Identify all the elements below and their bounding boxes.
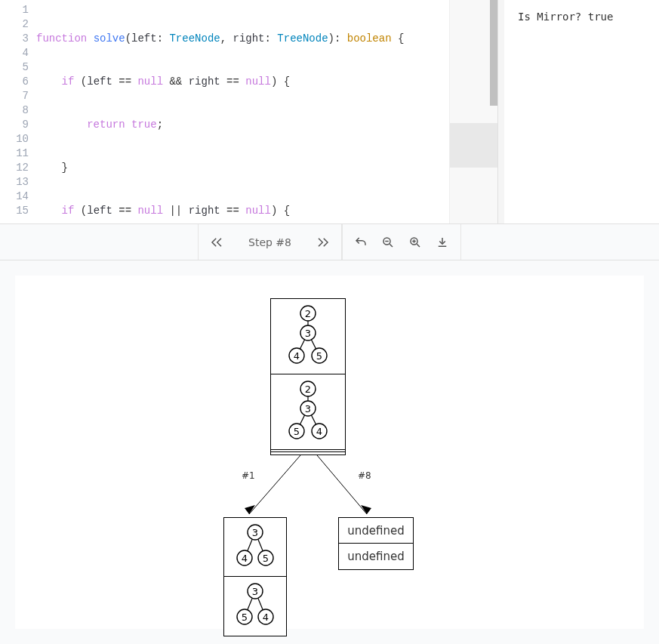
edge-label: #8 — [358, 470, 371, 481]
tree-diagram: 2 3 4 5 — [271, 300, 345, 374]
svg-text:4: 4 — [242, 552, 248, 563]
svg-marker-32 — [361, 505, 371, 514]
svg-marker-30 — [245, 505, 255, 514]
tree-edge — [316, 455, 376, 523]
svg-text:2: 2 — [305, 383, 311, 394]
undefined-cell: undefined — [339, 518, 413, 544]
svg-text:5: 5 — [242, 612, 248, 623]
tree-diagram: 3 5 4 — [224, 578, 286, 635]
svg-text:4: 4 — [263, 612, 269, 623]
stack-frame-right: undefined undefined — [338, 517, 414, 570]
toolbar: Step #8 — [0, 224, 659, 260]
code-editor[interactable]: 1 2 3 4 5 6 7 8 9 10 11 12 13 14 15 func… — [0, 0, 498, 223]
stack-frame-left: 3 4 5 3 5 4 — [223, 517, 287, 636]
output-text: Is Mirror? true — [518, 11, 613, 23]
svg-text:3: 3 — [305, 402, 311, 414]
svg-text:3: 3 — [252, 586, 258, 597]
zoom-out-button[interactable] — [374, 229, 402, 256]
tree-diagram: 3 4 5 — [224, 519, 286, 576]
svg-line-4 — [417, 244, 420, 247]
svg-text:2: 2 — [305, 307, 311, 319]
tree-edge — [242, 455, 302, 523]
svg-text:4: 4 — [294, 350, 300, 361]
svg-text:5: 5 — [316, 350, 322, 361]
undo-button[interactable] — [347, 229, 374, 256]
minimap[interactable] — [449, 0, 497, 223]
svg-text:5: 5 — [294, 425, 300, 436]
undefined-cell: undefined — [339, 544, 413, 569]
step-back-button[interactable] — [203, 229, 230, 256]
svg-line-1 — [390, 244, 393, 247]
svg-text:3: 3 — [305, 327, 311, 338]
svg-text:5: 5 — [263, 552, 269, 563]
step-forward-button[interactable] — [309, 229, 337, 256]
edge-label: #1 — [242, 470, 255, 481]
svg-line-31 — [317, 455, 367, 514]
output-panel: Is Mirror? true — [498, 0, 659, 223]
zoom-in-button[interactable] — [402, 229, 429, 256]
tree-diagram: 2 3 5 4 — [271, 375, 345, 449]
line-gutter: 1 2 3 4 5 6 7 8 9 10 11 12 13 14 15 — [0, 0, 36, 223]
stack-frame-root: 2 3 4 5 2 3 5 4 — [270, 298, 346, 455]
code-area[interactable]: function solve(left: TreeNode, right: Tr… — [36, 0, 497, 223]
download-button[interactable] — [429, 229, 456, 256]
minimap-scrollbar[interactable] — [490, 0, 497, 106]
step-indicator: Step #8 — [230, 236, 309, 248]
svg-line-29 — [249, 455, 300, 514]
svg-text:3: 3 — [252, 526, 258, 538]
visualization-panel[interactable]: 2 3 4 5 2 3 5 4 — [0, 260, 659, 644]
svg-text:4: 4 — [316, 425, 322, 436]
